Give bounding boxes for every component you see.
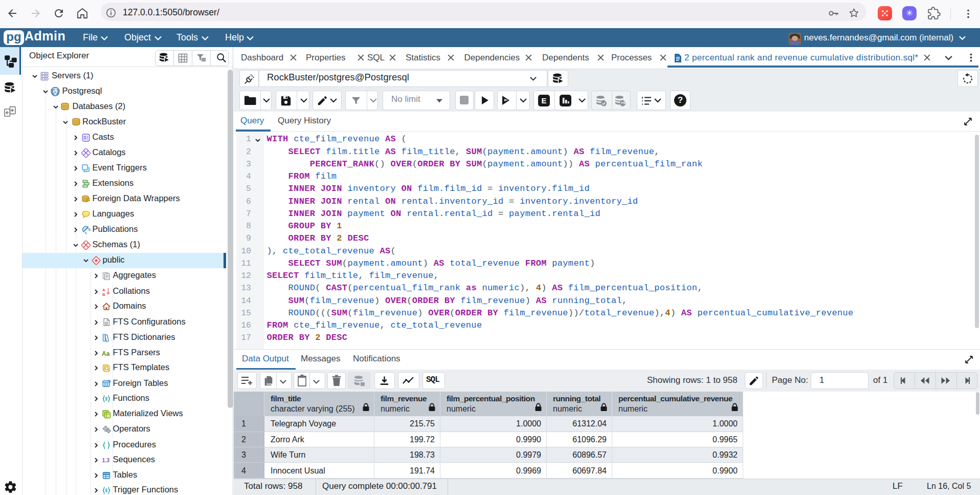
svg-text:1: 1 bbox=[641, 96, 643, 99]
